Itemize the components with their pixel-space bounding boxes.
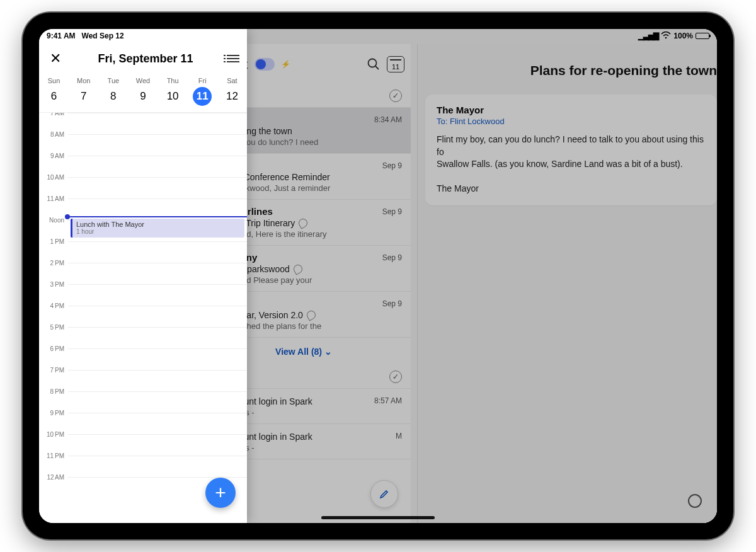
hour-row[interactable]: 9 PM xyxy=(39,413,247,434)
date-cell[interactable]: 9 xyxy=(128,87,158,106)
list-view-icon[interactable] xyxy=(227,55,239,62)
hour-label: 10 AM xyxy=(39,174,68,181)
message-title: Plans for re-opening the town xyxy=(418,44,717,88)
add-event-button[interactable]: + xyxy=(205,478,236,508)
mail-time: Sep 9 xyxy=(382,161,402,170)
message-card: The Mayor To: Flint Lockwood Flint my bo… xyxy=(425,95,717,205)
message-from: The Mayor xyxy=(437,105,706,115)
hour-row[interactable]: 9 AM xyxy=(39,156,247,177)
pencil-icon xyxy=(379,489,389,499)
hour-row[interactable]: 4 PM xyxy=(39,306,247,327)
check-all-icon[interactable]: ✓ xyxy=(389,371,402,383)
battery-icon xyxy=(696,33,709,39)
attachment-icon xyxy=(305,309,317,321)
agenda-view[interactable]: 7 AM8 AM9 AM10 AM11 AMNoon1 PM2 PM3 PM4 … xyxy=(39,113,247,523)
calendar-panel: ✕ Fri, September 11 SunMonTueWedThuFriSa… xyxy=(39,29,247,523)
screen: t Inbox ⚡ 11 ✓ orre-opening the townoy, … xyxy=(39,29,717,523)
check-all-icon[interactable]: ✓ xyxy=(389,89,402,102)
now-indicator xyxy=(68,216,247,217)
hour-label: Noon xyxy=(39,217,68,224)
hour-label: 4 PM xyxy=(39,302,68,309)
event-duration: 1 hour xyxy=(76,228,241,235)
date-cell[interactable]: 7 xyxy=(69,87,98,106)
mail-time: Sep 9 xyxy=(382,253,402,262)
search-icon[interactable] xyxy=(367,57,381,71)
date-row: 6789101112 xyxy=(39,86,247,113)
weekday-label: Fri xyxy=(188,77,217,84)
hour-row[interactable]: 10 PM xyxy=(39,434,247,456)
hour-row[interactable]: 7 AM xyxy=(39,113,247,134)
hour-label: 7 AM xyxy=(39,113,68,117)
home-indicator[interactable] xyxy=(321,516,435,519)
hour-row[interactable]: 3 PM xyxy=(39,284,247,306)
mail-time: 8:34 AM xyxy=(374,115,402,124)
hour-label: 11 AM xyxy=(39,195,68,202)
weekday-row: SunMonTueWedThuFriSat xyxy=(39,74,247,86)
calendar-event[interactable]: Lunch with The Mayor1 hour xyxy=(71,219,244,238)
calendar-day: 11 xyxy=(392,63,399,71)
status-date: Wed Sep 12 xyxy=(82,32,124,40)
hour-label: 11 PM xyxy=(39,452,68,459)
ipad-frame: t Inbox ⚡ 11 ✓ orre-opening the townoy, … xyxy=(23,13,733,539)
hour-row[interactable]: 8 PM xyxy=(39,391,247,413)
signal-icon: ▁▃▅▇ xyxy=(638,32,658,40)
date-cell[interactable]: 10 xyxy=(158,87,188,106)
event-title: Lunch with The Mayor xyxy=(76,221,241,228)
hour-row[interactable]: 2 PM xyxy=(39,263,247,284)
wifi-icon xyxy=(661,32,671,41)
weekday-label: Tue xyxy=(98,77,128,84)
message-to[interactable]: To: Flint Lockwood xyxy=(437,117,706,126)
weekday-label: Sat xyxy=(217,77,247,84)
weekday-label: Thu xyxy=(158,77,188,84)
view-all-label: View All (8) xyxy=(275,347,322,357)
weekday-label: Wed xyxy=(128,77,158,84)
hour-label: 9 PM xyxy=(39,410,68,417)
hour-row[interactable]: 6 PM xyxy=(39,348,247,370)
action-circle-button[interactable] xyxy=(688,494,702,508)
mail-time: Sep 9 xyxy=(382,207,402,216)
date-cell[interactable]: 12 xyxy=(217,87,247,106)
hour-label: 12 AM xyxy=(39,474,68,481)
battery-percent: 100% xyxy=(673,32,693,40)
mail-time: M xyxy=(396,432,402,440)
hour-label: 9 AM xyxy=(39,152,68,159)
weekday-label: Mon xyxy=(69,77,98,84)
hour-label: 1 PM xyxy=(39,238,68,245)
calendar-icon[interactable]: 11 xyxy=(387,56,404,72)
hour-label: 8 AM xyxy=(39,131,68,138)
attachment-icon xyxy=(292,263,304,275)
hour-label: 3 PM xyxy=(39,281,68,288)
mail-time: 8:57 AM xyxy=(374,396,402,405)
date-cell[interactable]: 8 xyxy=(98,87,128,106)
hour-label: 10 PM xyxy=(39,431,68,438)
smart-inbox-toggle[interactable] xyxy=(255,58,275,71)
calendar-title: Fri, September 11 xyxy=(64,52,227,66)
message-detail: Plans for re-opening the town The Mayor … xyxy=(417,44,717,523)
hour-row[interactable]: 5 PM xyxy=(39,327,247,348)
close-icon[interactable]: ✕ xyxy=(47,50,64,67)
hour-row[interactable]: 7 PM xyxy=(39,370,247,391)
hour-label: 7 PM xyxy=(39,367,68,374)
hour-row[interactable]: 11 PM xyxy=(39,456,247,477)
message-body: Flint my boy, can you do lunch? I need t… xyxy=(437,134,706,195)
weekday-label: Sun xyxy=(39,77,69,84)
mail-time: Sep 9 xyxy=(382,299,402,308)
date-cell[interactable]: 6 xyxy=(39,87,69,106)
hour-label: 5 PM xyxy=(39,324,68,331)
date-cell[interactable]: 11 xyxy=(188,87,217,106)
svg-point-2 xyxy=(665,37,667,38)
svg-point-0 xyxy=(369,59,377,67)
svg-line-1 xyxy=(375,66,379,69)
hour-label: 2 PM xyxy=(39,260,68,267)
hour-row[interactable]: 10 AM xyxy=(39,177,247,198)
chevron-down-icon: ⌄ xyxy=(324,347,332,357)
attachment-icon xyxy=(297,217,309,229)
compose-button[interactable] xyxy=(370,480,398,508)
status-bar: 9:41 AM Wed Sep 12 ▁▃▅▇ 100% xyxy=(39,29,717,43)
hour-row[interactable]: 8 AM xyxy=(39,134,247,156)
hour-label: 6 PM xyxy=(39,345,68,352)
hour-row[interactable]: 1 PM xyxy=(39,241,247,263)
hour-label: 8 PM xyxy=(39,388,68,395)
status-time: 9:41 AM xyxy=(47,32,76,40)
